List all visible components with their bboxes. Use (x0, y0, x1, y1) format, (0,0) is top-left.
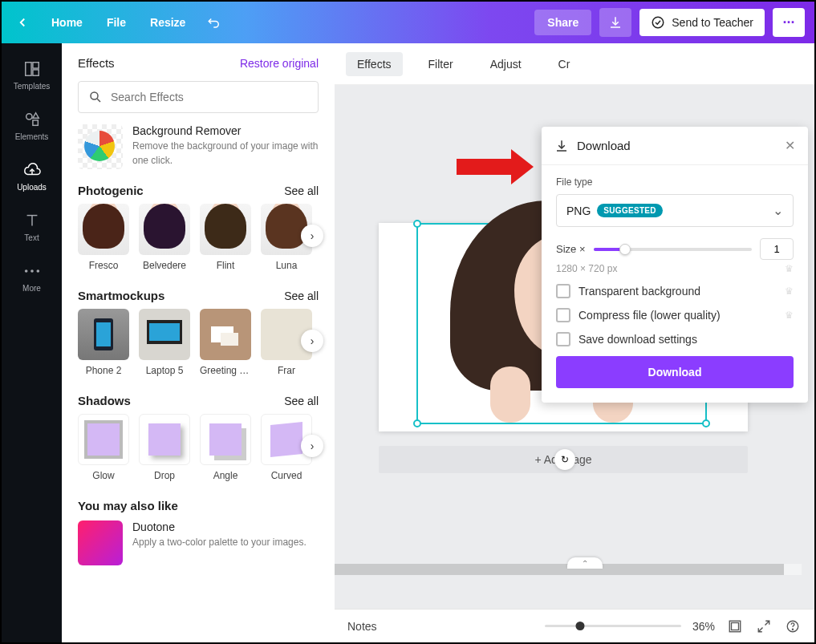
mockup-tile[interactable]: Laptop 5 (139, 309, 190, 376)
tab-adjust[interactable]: Adjust (479, 52, 533, 76)
tab-filter[interactable]: Filter (417, 52, 465, 76)
svg-point-11 (24, 269, 27, 273)
photogenic-row: Fresco Belvedere Flint Luna › (78, 204, 319, 271)
search-icon (88, 90, 103, 104)
effect-tile[interactable]: Flint (200, 204, 251, 271)
refresh-icon[interactable]: ↻ (554, 449, 575, 470)
tab-crop[interactable]: Cr (547, 52, 582, 76)
shadows-see-all[interactable]: See all (284, 395, 319, 407)
svg-point-13 (36, 269, 39, 273)
file-menu[interactable]: File (100, 11, 132, 34)
duotone-thumb (78, 520, 123, 565)
send-teacher-button[interactable]: Send to Teacher (639, 9, 765, 36)
shadow-tile[interactable]: Drop (139, 414, 190, 481)
svg-point-12 (30, 269, 34, 273)
close-button[interactable]: ✕ (785, 138, 795, 153)
size-value[interactable]: 1 (760, 238, 794, 260)
back-button[interactable] (11, 11, 34, 34)
effect-tile[interactable]: Fresco (78, 204, 129, 271)
more-menu-button[interactable]: ··· (773, 8, 805, 37)
zoom-slider[interactable] (545, 625, 681, 627)
file-type-label: File type (556, 176, 794, 188)
download-icon (554, 139, 569, 153)
save-settings-option[interactable]: Save download settings (556, 332, 794, 346)
duotone-desc: Apply a two-color palette to your images… (132, 535, 319, 549)
compress-option[interactable]: Compress file (lower quality)♛ (556, 308, 794, 322)
background-remover-item[interactable]: Background Remover Remove the background… (78, 124, 319, 169)
svg-rect-4 (32, 70, 38, 75)
search-effects-field[interactable] (78, 81, 319, 113)
bg-remover-desc: Remove the background of your image with… (132, 139, 319, 168)
elements-icon (22, 110, 42, 129)
resize-menu[interactable]: Resize (144, 11, 192, 34)
svg-rect-2 (25, 63, 30, 76)
shadow-tile[interactable]: Angle (200, 414, 251, 481)
effect-tile[interactable]: Belvedere (139, 204, 190, 271)
notes-button[interactable]: Notes (347, 620, 377, 633)
svg-point-5 (26, 114, 31, 119)
text-icon (22, 211, 42, 230)
bg-remover-thumb (78, 124, 123, 169)
size-label: Size × (556, 243, 586, 255)
uploads-icon (22, 160, 42, 180)
smartmockups-see-all[interactable]: See all (284, 290, 319, 302)
annotation-arrow (457, 159, 513, 175)
help-icon[interactable] (784, 618, 802, 635)
crown-icon: ♛ (785, 286, 794, 297)
more-icon (22, 261, 42, 281)
nav-elements[interactable]: Elements (2, 102, 62, 149)
search-input[interactable] (111, 91, 308, 103)
shadows-title: Shadows (78, 394, 131, 407)
svg-marker-7 (32, 113, 38, 118)
svg-point-1 (653, 17, 664, 28)
nav-text[interactable]: Text (2, 203, 62, 250)
svg-rect-18 (732, 622, 739, 630)
row-next-button[interactable]: › (301, 435, 323, 457)
svg-line-20 (758, 627, 762, 631)
nav-uploads[interactable]: Uploads (2, 152, 62, 200)
file-type-select[interactable]: PNG SUGGESTED ⌄ (556, 194, 794, 227)
smartmockups-title: Smartmockups (78, 289, 164, 302)
download-top-button[interactable] (599, 8, 631, 37)
row-next-button[interactable]: › (301, 225, 323, 247)
undo-button[interactable] (203, 11, 225, 34)
download-button[interactable]: Download (556, 356, 794, 388)
mockup-tile[interactable]: Phone 2 (78, 309, 129, 376)
shadows-row: Glow Drop Angle Curved › (78, 414, 319, 481)
home-link[interactable]: Home (45, 11, 89, 34)
share-button[interactable]: Share (534, 10, 591, 35)
row-next-button[interactable]: › (301, 330, 323, 352)
suggested-badge: SUGGESTED (597, 204, 663, 217)
svg-line-15 (97, 99, 100, 102)
transparent-bg-option[interactable]: Transparent background♛ (556, 284, 794, 298)
duotone-item[interactable]: Duotone Apply a two-color palette to you… (78, 520, 319, 565)
photogenic-see-all[interactable]: See all (284, 184, 319, 197)
download-popup: Download ✕ File type PNG SUGGESTED ⌄ Siz… (542, 127, 808, 403)
nav-templates[interactable]: Templates (2, 51, 62, 99)
shadow-tile[interactable]: Glow (78, 414, 129, 481)
fullscreen-icon[interactable] (755, 618, 773, 635)
restore-original-link[interactable]: Restore original (240, 57, 319, 70)
check-circle-icon (651, 15, 665, 30)
crown-icon: ♛ (785, 310, 794, 321)
chevron-down-icon: ⌄ (773, 203, 783, 218)
svg-rect-6 (32, 120, 37, 125)
dimensions-text: 1280 × 720 px (556, 263, 617, 274)
you-may-also-like-title: You may also like (78, 499, 319, 512)
crown-icon: ♛ (785, 263, 794, 274)
grid-view-icon[interactable] (726, 618, 744, 635)
smartmockups-row: Phone 2 Laptop 5 Greeting car... Frar › (78, 309, 319, 376)
collapse-handle[interactable]: ⌃ (567, 557, 603, 569)
size-slider[interactable] (594, 248, 753, 251)
panel-title: Effects (78, 56, 115, 70)
templates-icon (22, 59, 42, 79)
bg-remover-title: Background Remover (132, 124, 319, 137)
svg-point-14 (91, 92, 98, 99)
zoom-value: 36% (692, 620, 715, 633)
svg-point-22 (792, 629, 793, 630)
photogenic-title: Photogenic (78, 184, 144, 197)
nav-more[interactable]: More (2, 253, 62, 301)
svg-line-19 (765, 621, 769, 625)
tab-effects[interactable]: Effects (346, 52, 403, 76)
mockup-tile[interactable]: Greeting car... (200, 309, 251, 376)
